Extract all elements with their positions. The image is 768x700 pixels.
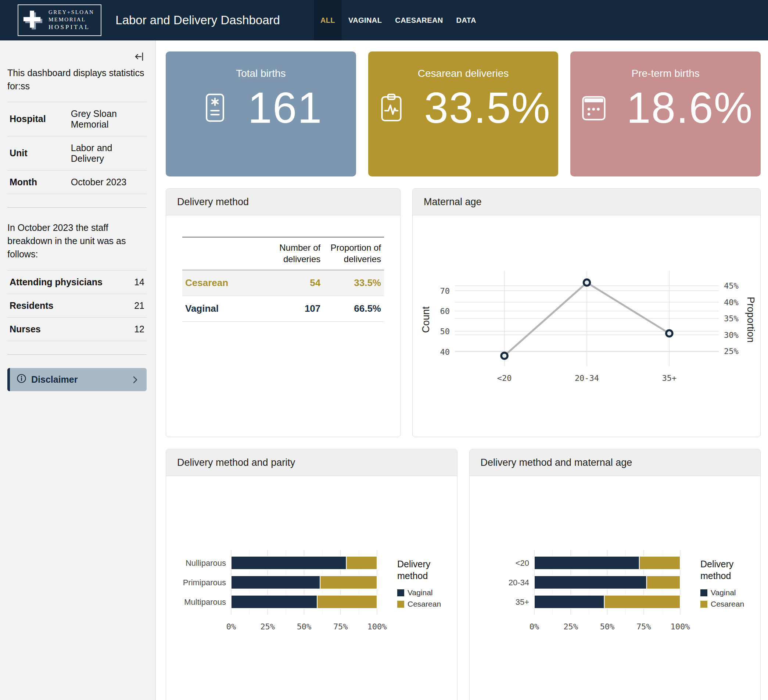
svg-text:35+: 35+ — [662, 373, 677, 383]
calendar-week-icon — [578, 92, 610, 123]
info-label: Unit — [7, 136, 69, 170]
svg-text:Vaginal: Vaginal — [408, 588, 433, 597]
hospital-logo: GREY+SLOAN MEMORIAL HOSPITAL — [18, 5, 101, 36]
value-boxes: Total births 161 Cesarean deliveries — [166, 51, 761, 176]
svg-text:Multiparous: Multiparous — [184, 597, 226, 607]
svg-text:70: 70 — [440, 287, 450, 296]
svg-text:50: 50 — [440, 327, 450, 336]
info-label: Hospital — [7, 102, 69, 136]
svg-text:method: method — [397, 570, 428, 581]
svg-text:25%: 25% — [724, 347, 739, 356]
maternal-age-chart: 4050607025%30%35%40%45%<2020-3435+CountP… — [414, 223, 759, 429]
row-number: 107 — [263, 296, 324, 322]
svg-text:25%: 25% — [564, 622, 578, 631]
svg-text:20-34: 20-34 — [575, 373, 599, 383]
valuebox-value: 161 — [248, 86, 322, 130]
sidebar-divider — [7, 354, 147, 355]
staff-count: 12 — [120, 318, 147, 341]
svg-text:75%: 75% — [333, 622, 348, 631]
table-row-vaginal: Vaginal 107 66.5% — [182, 296, 384, 322]
row-proportion: 66.5% — [323, 296, 384, 322]
sidebar-collapse-icon[interactable] — [134, 51, 145, 63]
staff-count: 14 — [120, 271, 147, 294]
valuebox-cesarean-deliveries: Cesarean deliveries 33.5% — [368, 51, 558, 176]
table-row: Unit Labor and Delivery — [7, 136, 147, 170]
svg-text:25%: 25% — [260, 622, 275, 631]
hospital-cross-icon — [22, 10, 43, 31]
svg-text:Cesarean: Cesarean — [408, 600, 441, 608]
valuebox-title: Cesarean deliveries — [418, 68, 509, 79]
tab-caesarean[interactable]: CAESAREAN — [389, 0, 450, 40]
staff-label: Attending physicians — [7, 271, 120, 294]
dashboard-info-table: Hospital Grey Sloan Memorial Unit Labor … — [7, 102, 147, 194]
table-header-row: Number of deliveries Proportion of deliv… — [182, 237, 384, 270]
svg-text:Count: Count — [420, 306, 431, 333]
svg-text:30%: 30% — [724, 330, 739, 340]
valuebox-preterm-births: Pre-term births — [570, 51, 761, 176]
maternal-age-card: Maternal age 4050607025%30%35%40%45%<202… — [412, 188, 761, 437]
disclaimer-accordion[interactable]: Disclaimer — [7, 368, 147, 391]
svg-text:Proportion: Proportion — [745, 297, 756, 343]
sidebar-intro-text: This dashboard displays statistics for:s… — [7, 66, 147, 93]
logo-line-1: GREY+SLOAN — [48, 9, 94, 16]
svg-text:Vaginal: Vaginal — [711, 588, 736, 597]
svg-text:40%: 40% — [724, 298, 739, 307]
table-row: Nurses 12 — [7, 318, 147, 341]
table-row-cesarean: Cesarean 54 33.5% — [182, 270, 384, 296]
valuebox-value: 18.6% — [627, 86, 753, 130]
nav-tabs: ALL VAGINAL CAESAREAN DATA — [314, 0, 483, 40]
chevron-right-icon — [130, 375, 140, 384]
age-stack-card: Delivery method and maternal age 0%25%50… — [469, 449, 761, 700]
svg-text:35+: 35+ — [515, 597, 529, 607]
svg-text:Delivery: Delivery — [397, 559, 431, 569]
card-title: Delivery method — [166, 189, 400, 215]
page-title: Labor and Delivery Dashboard — [115, 13, 280, 27]
hospital-logo-text: GREY+SLOAN MEMORIAL HOSPITAL — [48, 9, 94, 31]
delivery-method-card: Delivery method Number of deliveries Pro… — [166, 188, 400, 437]
navbar: GREY+SLOAN MEMORIAL HOSPITAL Labor and D… — [0, 0, 768, 40]
valuebox-title: Pre-term births — [632, 68, 700, 79]
info-value: Labor and Delivery — [69, 136, 147, 170]
svg-text:35%: 35% — [724, 314, 739, 323]
svg-text:method: method — [701, 570, 731, 581]
valuebox-total-births: Total births 161 — [166, 51, 356, 176]
column-header: Proportion of deliveries — [323, 237, 384, 270]
parity-chart: 0%25%50%75%100%NulliparousPrimiparousMul… — [166, 511, 457, 670]
sidebar: This dashboard displays statistics for:s… — [0, 40, 156, 700]
info-value: October 2023 — [69, 170, 147, 194]
svg-text:0%: 0% — [530, 622, 539, 631]
tab-vaginal[interactable]: VAGINAL — [342, 0, 389, 40]
table-row: Hospital Grey Sloan Memorial — [7, 102, 147, 136]
logo-line-3: HOSPITAL — [48, 23, 94, 31]
row-label: Vaginal — [182, 296, 263, 322]
clipboard-pulse-icon — [376, 92, 407, 123]
svg-text:100%: 100% — [367, 622, 387, 631]
disclaimer-label: Disclaimer — [31, 374, 78, 385]
main-content: Total births 161 Cesarean deliveries — [156, 40, 768, 700]
svg-text:Nulliparous: Nulliparous — [186, 559, 226, 568]
column-header: Number of deliveries — [263, 237, 324, 270]
staff-intro-text: In October 2023 the staff breakdown in t… — [7, 221, 147, 261]
svg-text:40: 40 — [440, 348, 450, 357]
tab-data[interactable]: DATA — [450, 0, 483, 40]
card-title: Maternal age — [413, 189, 760, 215]
svg-text:50%: 50% — [600, 622, 615, 631]
svg-text:100%: 100% — [670, 622, 690, 631]
svg-text:50%: 50% — [296, 622, 311, 631]
row-number: 54 — [263, 270, 324, 296]
svg-text:<20: <20 — [497, 373, 512, 383]
tab-all[interactable]: ALL — [314, 0, 342, 40]
svg-text:60: 60 — [440, 307, 450, 316]
svg-text:<20: <20 — [515, 559, 529, 568]
svg-text:45%: 45% — [724, 281, 739, 290]
info-value: Grey Sloan Memorial — [69, 102, 147, 136]
info-label: Month — [7, 170, 69, 194]
table-row: Residents 21 — [7, 294, 147, 318]
card-title: Delivery method and parity — [166, 449, 457, 476]
parity-card: Delivery method and parity 0%25%50%75%10… — [166, 449, 458, 700]
row-label: Cesarean — [182, 270, 263, 296]
delivery-method-table: Number of deliveries Proportion of deliv… — [182, 237, 384, 322]
info-icon — [16, 373, 26, 386]
table-row: Month October 2023 — [7, 170, 147, 194]
staff-label: Nurses — [7, 318, 120, 341]
